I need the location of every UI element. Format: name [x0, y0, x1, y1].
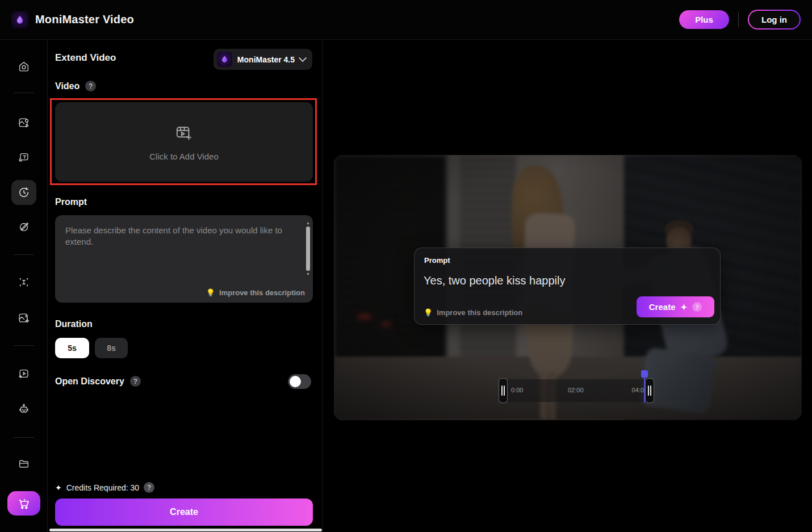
sidebar-item-image-enhance[interactable] [12, 307, 35, 329]
panel-bottom-scrollbar[interactable] [49, 529, 322, 531]
credits-required-text: Credits Required: 30 [66, 483, 139, 492]
sidebar-divider [14, 437, 34, 438]
model-name: MoniMaster 4.5 [237, 55, 295, 64]
sidebar-item-sketch-to-video[interactable] [12, 215, 35, 238]
prompt-input[interactable] [55, 215, 313, 272]
create-button[interactable]: Create [55, 499, 313, 526]
sparkle-icon: ✦ [680, 303, 687, 312]
extend-video-panel: Extend Video MoniMaster 4.5 Video ? Clic… [48, 40, 323, 532]
bulb-icon: 💡 [424, 308, 433, 317]
duration-option-8s[interactable]: 8s [95, 338, 128, 358]
duration-section-header: Duration [55, 319, 93, 329]
credits-row: ✦ Credits Required: 30 ? [55, 482, 154, 493]
video-label: Video [55, 81, 79, 91]
duration-option-5s[interactable]: 5s [55, 338, 89, 358]
cart-icon [17, 497, 31, 510]
image-to-video-icon [18, 116, 30, 129]
upload-hint-text: Click to Add Video [149, 152, 218, 161]
scrollbar-up-icon[interactable]: ▲ [305, 221, 311, 225]
chevron-down-icon [299, 54, 307, 62]
text-to-video-icon [18, 151, 30, 164]
plus-button[interactable]: Plus [679, 10, 729, 29]
card-improve-description-button[interactable]: 💡 Improve this description [424, 308, 522, 317]
prompt-textarea-container: ▲ ▼ 💡 Improve this description [55, 215, 313, 303]
scrollbar-thumb[interactable] [306, 227, 310, 271]
brand: MoniMaster Video [11, 11, 134, 28]
card-improve-label: Improve this description [437, 308, 522, 317]
model-logo-icon [217, 52, 232, 67]
bulb-icon: 💡 [206, 288, 215, 297]
page-title: Extend Video [55, 52, 116, 64]
video-help-icon[interactable]: ? [85, 81, 96, 91]
monimaster-logo-icon [11, 11, 28, 28]
add-video-dropzone[interactable]: Click to Add Video [55, 102, 313, 182]
trim-handle-right[interactable] [645, 378, 654, 403]
sidebar-item-ai-assistant[interactable] [12, 397, 35, 420]
timeline-keyframe-marker[interactable] [641, 370, 648, 378]
video-section-header: Video ? [55, 81, 96, 91]
open-discovery-toggle[interactable] [288, 374, 311, 389]
sidebar-item-text-to-video[interactable] [12, 146, 35, 169]
discovery-row: Open Discovery ? [55, 376, 141, 387]
toggle-knob [290, 376, 301, 387]
assets-folder-icon [18, 458, 30, 470]
result-preview: Prompt Yes, two people kiss happily 💡 Im… [334, 155, 802, 420]
extend-video-icon [18, 186, 30, 199]
video-enhance-icon [18, 367, 30, 380]
duration-label: Duration [55, 319, 93, 329]
sidebar-item-text-tool[interactable] [12, 271, 35, 294]
trim-handle-left[interactable] [499, 378, 508, 403]
prompt-scrollbar[interactable]: ▲ ▼ [305, 221, 311, 279]
home-icon [18, 60, 30, 73]
timeline-time-end: 04:0 [632, 387, 644, 393]
card-create-button[interactable]: Create ✦ ? [637, 296, 714, 317]
image-enhance-icon [18, 312, 30, 324]
app-title: MoniMaster Video [35, 13, 134, 26]
sidebar-divider [14, 254, 34, 255]
card-create-help-icon: ? [692, 302, 702, 312]
sketch-to-video-icon [18, 220, 30, 233]
video-timeline[interactable]: 0:00 02:00 04:0 [499, 379, 654, 402]
timeline-time-start: 0:00 [511, 387, 523, 393]
header-divider [738, 12, 739, 27]
sidebar-divider [14, 345, 34, 346]
improve-description-button[interactable]: 💡 Improve this description [206, 288, 305, 297]
card-prompt-text[interactable]: Yes, two people kiss happily [424, 274, 565, 287]
timeline-time-mid: 02:00 [568, 387, 584, 393]
sidebar-item-image-to-video[interactable] [12, 111, 35, 134]
sidebar-item-home[interactable] [12, 55, 35, 78]
discovery-help-icon[interactable]: ? [130, 376, 141, 387]
sidebar-item-assets[interactable] [12, 453, 35, 475]
add-video-icon [174, 123, 194, 143]
card-prompt-label: Prompt [424, 256, 450, 265]
prompt-label: Prompt [55, 197, 87, 207]
ai-robot-icon [18, 403, 30, 415]
sparkle-icon: ✦ [55, 483, 62, 492]
scrollbar-down-icon[interactable]: ▼ [305, 272, 311, 277]
prompt-section-header: Prompt [55, 197, 87, 207]
text-tool-icon [18, 276, 30, 288]
sidebar-nav [0, 40, 48, 532]
login-button[interactable]: Log in [748, 10, 801, 30]
preview-prompt-card: Prompt Yes, two people kiss happily 💡 Im… [414, 248, 721, 325]
store-cart-button[interactable] [7, 491, 40, 516]
top-header: MoniMaster Video Plus Log in [0, 0, 812, 40]
credits-help-icon[interactable]: ? [144, 482, 154, 493]
improve-description-label: Improve this description [219, 288, 305, 297]
sidebar-divider [14, 93, 34, 93]
model-selector-dropdown[interactable]: MoniMaster 4.5 [214, 49, 312, 70]
sidebar-item-extend-video[interactable] [11, 180, 36, 205]
sidebar-item-video-enhance[interactable] [12, 362, 35, 385]
open-discovery-label: Open Discovery [55, 376, 124, 387]
card-create-label: Create [649, 302, 676, 312]
